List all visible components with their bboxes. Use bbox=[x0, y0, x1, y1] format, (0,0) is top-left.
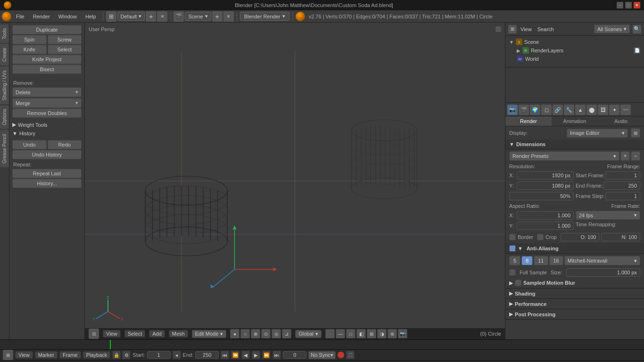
view-icon[interactable]: ⊞ bbox=[106, 11, 116, 22]
overlay-icon[interactable]: ⊚ bbox=[388, 329, 397, 338]
border-checkbox[interactable] bbox=[509, 234, 516, 240]
jump-end-btn[interactable]: ⏭ bbox=[272, 351, 281, 359]
search-btn[interactable]: Search bbox=[536, 26, 556, 32]
post-processing-header[interactable]: ▶ Post Processing bbox=[505, 309, 644, 320]
tab-shading-uvs[interactable]: Shading / UVs bbox=[0, 66, 9, 104]
tab-render[interactable]: Render bbox=[505, 116, 552, 126]
anti-alias-header[interactable]: ▼ Anti-Aliasing bbox=[505, 243, 644, 254]
duplicate-button[interactable]: Duplicate bbox=[12, 25, 82, 34]
n-value-input[interactable]: N: 100 bbox=[601, 233, 640, 241]
texture-icon[interactable]: 🖼 bbox=[598, 105, 608, 115]
particles-icon[interactable]: ✦ bbox=[609, 105, 619, 115]
repeat-last-button[interactable]: Repeat Last bbox=[12, 169, 82, 178]
tab-create[interactable]: Create bbox=[0, 44, 9, 66]
view-btn[interactable]: View bbox=[519, 26, 534, 32]
render-presets-dropdown[interactable]: Render Presets▾ bbox=[509, 151, 619, 161]
motion-blur-checkbox[interactable] bbox=[515, 280, 521, 286]
scene-dropdown[interactable]: Scene▾ bbox=[185, 12, 211, 21]
render-layers-extra-icon[interactable]: 📄 bbox=[634, 47, 640, 54]
global-dropdown[interactable]: Global▾ bbox=[295, 330, 322, 338]
scene-item[interactable]: ▼ S Scene bbox=[507, 38, 642, 46]
performance-header[interactable]: ▶ Performance bbox=[505, 299, 644, 309]
menu-help[interactable]: Help bbox=[82, 13, 100, 20]
close-button[interactable]: ✕ bbox=[634, 2, 640, 8]
crop-checkbox[interactable] bbox=[537, 234, 544, 240]
timeline-playback-btn[interactable]: Playback bbox=[83, 351, 111, 359]
motion-blur-header[interactable]: ▶ Sampled Motion Blur bbox=[505, 278, 644, 288]
menu-render[interactable]: Render bbox=[29, 13, 54, 20]
screw-button[interactable]: Screw bbox=[48, 35, 82, 44]
pivot-icon[interactable]: ◎ bbox=[272, 329, 281, 338]
add-scene-icon[interactable]: + bbox=[212, 11, 223, 22]
display-dropdown[interactable]: Image Editor▾ bbox=[567, 129, 628, 138]
end-frame-input[interactable]: 250 bbox=[603, 181, 640, 190]
frame-rate-dropdown[interactable]: 24 fps▾ bbox=[576, 211, 640, 220]
start-frame-input[interactable]: 1 bbox=[605, 171, 640, 180]
add-preset-icon[interactable]: + bbox=[620, 151, 630, 161]
start-frame-timeline[interactable]: 1 bbox=[147, 351, 171, 359]
constraint-icon[interactable]: 🔗 bbox=[553, 105, 563, 115]
timeline-type-icon[interactable]: ⊞ bbox=[3, 350, 13, 360]
limit-icon[interactable]: ⊞ bbox=[367, 329, 376, 338]
undo-history-button[interactable]: Undo History bbox=[12, 150, 82, 159]
next-keyframe-btn[interactable]: ⏩ bbox=[262, 351, 271, 359]
snap-icon[interactable]: ⊙ bbox=[261, 329, 271, 338]
display-popout-icon[interactable]: ⊞ bbox=[631, 128, 640, 138]
render-engine-dropdown[interactable]: Blender Render▾ bbox=[240, 12, 289, 21]
manipulator-icon[interactable]: ⊕ bbox=[251, 329, 260, 338]
spin-button[interactable]: Spin bbox=[12, 35, 47, 44]
solid-draw-icon[interactable]: ● bbox=[230, 329, 239, 338]
wire-icon[interactable]: ○ bbox=[240, 329, 250, 338]
close-layout-icon[interactable]: × bbox=[157, 11, 167, 22]
undo-button[interactable]: Undo bbox=[12, 140, 47, 149]
lock-icon[interactable]: 🔒 bbox=[112, 351, 121, 359]
render-layers-item[interactable]: ▶ R RenderLayers 📄 bbox=[507, 46, 642, 55]
current-frame-input[interactable]: 0 bbox=[283, 351, 306, 359]
aa-11-btn[interactable]: 11 bbox=[534, 256, 548, 265]
full-sample-checkbox[interactable] bbox=[509, 269, 516, 276]
history-header[interactable]: ▼ History ··· bbox=[9, 129, 84, 138]
object-properties-icon[interactable]: ◻ bbox=[541, 105, 552, 115]
res-x-input[interactable]: 1920 px bbox=[517, 171, 574, 180]
menu-file[interactable]: File bbox=[12, 13, 28, 20]
viewport-type-icon[interactable]: ⊞ bbox=[89, 329, 99, 339]
playhead[interactable] bbox=[110, 340, 111, 349]
play-reverse-btn[interactable]: ◀ bbox=[241, 351, 250, 359]
timeline-marker-btn[interactable]: Marker bbox=[35, 351, 58, 359]
jump-start-btn[interactable]: ⏮ bbox=[221, 351, 229, 359]
world-properties-icon[interactable]: 🌍 bbox=[530, 105, 540, 115]
history-btn[interactable]: History... bbox=[12, 179, 82, 188]
edge-icon[interactable]: — bbox=[336, 329, 345, 338]
menu-window[interactable]: Window bbox=[55, 13, 81, 20]
scenes-dropdown[interactable]: All Scenes▾ bbox=[594, 25, 630, 33]
aspect-y-input[interactable]: 1.000 bbox=[517, 222, 574, 230]
knife-button[interactable]: Knife bbox=[12, 45, 47, 54]
aa-8-btn[interactable]: 8 bbox=[521, 256, 533, 265]
physics-icon[interactable]: 〰 bbox=[620, 105, 631, 115]
tab-tools[interactable]: Tools bbox=[0, 25, 9, 43]
frame-step-input[interactable]: 1 bbox=[605, 192, 640, 200]
scene-properties-icon[interactable]: 🎬 bbox=[519, 105, 529, 115]
timeline-frame-btn[interactable]: Frame bbox=[59, 351, 81, 359]
blender-menu-icon[interactable] bbox=[2, 12, 11, 21]
viewport-corner[interactable] bbox=[495, 26, 501, 32]
timeline-view-btn[interactable]: View bbox=[15, 351, 33, 359]
shading-header[interactable]: ▶ Shading bbox=[505, 288, 644, 299]
viewport[interactable]: User Persp bbox=[85, 23, 505, 339]
add-menu-btn[interactable]: Add bbox=[149, 330, 165, 337]
world-item[interactable]: W World bbox=[507, 55, 642, 63]
aa-method-dropdown[interactable]: Mitchell-Netravali▾ bbox=[564, 256, 640, 265]
maximize-button[interactable]: □ bbox=[625, 2, 632, 8]
play-btn[interactable]: ▶ bbox=[252, 351, 260, 359]
minimize-button[interactable]: − bbox=[617, 2, 623, 8]
material-icon[interactable]: ⬤ bbox=[586, 105, 597, 115]
merge-dropdown[interactable]: Merge▾ bbox=[12, 98, 82, 108]
face-icon[interactable]: □ bbox=[346, 329, 355, 338]
search-icon[interactable]: 🔍 bbox=[633, 25, 641, 33]
tab-audio[interactable]: Audio bbox=[598, 116, 644, 126]
aspect-x-input[interactable]: 1.000 bbox=[517, 211, 574, 220]
remove-preset-icon[interactable]: − bbox=[631, 151, 640, 161]
outliner-icon[interactable]: ⊞ bbox=[508, 25, 517, 33]
view-menu-btn[interactable]: View bbox=[103, 330, 121, 337]
occlude-icon[interactable]: ◧ bbox=[356, 329, 366, 338]
